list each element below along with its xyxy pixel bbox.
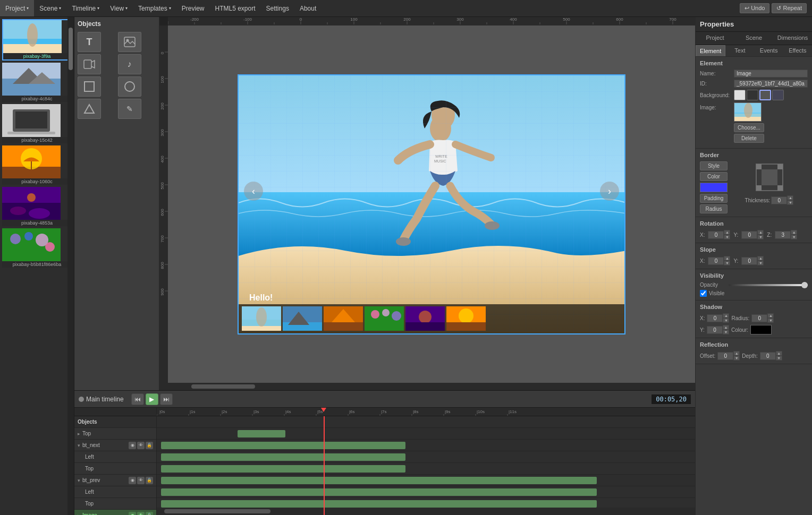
refl-offset-dn[interactable]: ▼ — [733, 356, 740, 360]
refl-depth-input[interactable] — [760, 352, 776, 360]
shadow-y-input[interactable] — [707, 326, 723, 334]
shadow-radius-input[interactable] — [751, 314, 767, 322]
canvas-thumb-1[interactable] — [242, 306, 281, 331]
tl-scrollbar-thumb[interactable] — [164, 509, 270, 513]
name-input[interactable] — [734, 70, 808, 78]
scene-thumb-2[interactable]: pixabay-4c84c — [2, 63, 72, 102]
redo-button[interactable]: ↺ Repeat — [772, 3, 807, 13]
thickness-input[interactable] — [771, 196, 787, 204]
border-radius-button[interactable]: Radius — [700, 204, 728, 213]
canvas-thumb-4[interactable] — [365, 306, 404, 331]
rot-z-input[interactable] — [775, 231, 791, 239]
track-prev-icon2[interactable]: 👁 — [137, 477, 145, 484]
scenes-scrollbar[interactable] — [67, 17, 74, 515]
track-image-icon1[interactable]: ◉ — [129, 512, 136, 516]
track-btn-icon1[interactable]: ◉ — [129, 442, 136, 449]
rot-x-input[interactable] — [708, 231, 724, 239]
slope-x-dn[interactable]: ▼ — [724, 261, 730, 265]
canvas-thumb-3[interactable] — [324, 306, 363, 331]
tl-bar-top-2[interactable] — [161, 500, 597, 508]
menu-preview[interactable]: Preview — [176, 0, 210, 16]
menu-about[interactable]: About — [294, 0, 322, 16]
shadow-y-dn[interactable]: ▼ — [723, 330, 729, 334]
props-subtab-text[interactable]: Text — [725, 45, 754, 56]
track-image-icon2[interactable]: 👁 — [137, 512, 145, 516]
menu-project[interactable]: Project ▾ — [0, 0, 34, 16]
canvas-prev-button[interactable]: ‹ — [244, 182, 263, 201]
tl-bar-bt-prev[interactable] — [161, 477, 597, 484]
slope-y-input[interactable] — [741, 257, 757, 265]
tl-bar-top[interactable] — [238, 430, 285, 437]
track-prev-icon1[interactable]: ◉ — [129, 477, 136, 484]
props-tab-scene[interactable]: Scene — [734, 32, 773, 45]
delete-image-button[interactable]: Delete — [734, 134, 764, 143]
shadow-radius-dn[interactable]: ▼ — [767, 318, 774, 323]
scene-thumb-1[interactable]: pixabay-3f9a — [2, 19, 72, 61]
scene-thumb-5[interactable]: pixabay-4853a — [2, 187, 72, 226]
bg-btn-light[interactable] — [734, 90, 746, 100]
track-btn-icon2[interactable]: 👁 — [137, 442, 145, 449]
id-input[interactable] — [734, 80, 808, 88]
shadow-radius-up[interactable]: ▲ — [767, 313, 774, 318]
rect-tool-button[interactable] — [78, 76, 101, 97]
slope-x-input[interactable] — [708, 257, 724, 265]
props-subtab-events[interactable]: Events — [755, 45, 783, 56]
shadow-x-dn[interactable]: ▼ — [723, 318, 729, 323]
track-top-expand[interactable]: ▸ — [78, 431, 80, 436]
shadow-y-up[interactable]: ▲ — [723, 325, 729, 330]
slope-y-dn[interactable]: ▼ — [757, 261, 764, 265]
rot-y-input[interactable] — [741, 231, 757, 239]
menu-timeline[interactable]: Timeline ▾ — [66, 0, 105, 16]
ellipse-tool-button[interactable] — [118, 76, 141, 97]
menu-settings[interactable]: Settings — [261, 0, 294, 16]
thickness-dn[interactable]: ▼ — [787, 200, 793, 205]
menu-view[interactable]: View ▾ — [105, 0, 133, 16]
refl-offset-up[interactable]: ▲ — [733, 351, 740, 356]
audio-tool-button[interactable]: ♪ — [118, 54, 141, 74]
rot-x-up[interactable]: ▲ — [724, 230, 730, 235]
visible-checkbox[interactable] — [700, 290, 707, 297]
canvas-thumb-5[interactable] — [405, 306, 445, 331]
menu-html5export[interactable]: HTML5 export — [209, 0, 260, 16]
shadow-x-input[interactable] — [707, 314, 723, 322]
bg-btn-dark[interactable] — [747, 90, 758, 100]
undo-button[interactable]: ↩ Undo — [740, 3, 769, 13]
canvas-scrollbar-h[interactable] — [159, 383, 695, 390]
image-tool-button[interactable] — [118, 32, 141, 52]
opacity-handle[interactable] — [801, 282, 808, 288]
tl-rewind-button[interactable]: ⏮ — [131, 393, 144, 405]
tl-bar-top-1[interactable] — [161, 465, 405, 473]
rot-x-dn[interactable]: ▼ — [724, 235, 730, 239]
tl-play-button[interactable]: ▶ — [146, 393, 158, 405]
triangle-tool-button[interactable] — [78, 99, 101, 119]
thickness-up[interactable]: ▲ — [787, 195, 793, 200]
border-style-button[interactable]: Style — [700, 161, 728, 170]
track-image-icon3[interactable]: 🔒 — [146, 512, 153, 516]
track-bt-prev-expand[interactable]: ▾ — [78, 478, 80, 483]
props-tab-project[interactable]: Project — [696, 32, 734, 45]
opacity-slider[interactable] — [729, 284, 808, 286]
props-subtab-effects[interactable]: Effects — [783, 45, 812, 56]
tl-scrollbar[interactable] — [157, 508, 695, 515]
canvas-thumb-6[interactable] — [446, 306, 486, 331]
props-subtab-element[interactable]: Element — [696, 45, 725, 56]
border-padding-button[interactable]: Padding — [700, 194, 728, 203]
scene-thumb-6[interactable]: pixabay-b5b81f86e6ba — [2, 228, 72, 268]
menu-templates[interactable]: Templates ▾ — [133, 0, 176, 16]
scene-thumb-3[interactable]: pixabay-15c42 — [2, 104, 72, 143]
slope-y-up[interactable]: ▲ — [757, 256, 764, 261]
refl-offset-input[interactable] — [717, 352, 733, 360]
track-image-expand[interactable]: ▸ — [78, 513, 80, 516]
canvas-thumb-2[interactable] — [283, 306, 322, 331]
border-color-box[interactable] — [700, 183, 728, 192]
shadow-x-up[interactable]: ▲ — [723, 313, 729, 318]
rot-z-dn[interactable]: ▼ — [791, 235, 797, 239]
tl-bar-bt-next[interactable] — [161, 442, 405, 449]
props-tab-dimensions[interactable]: Dimensions — [773, 32, 812, 45]
refl-depth-dn[interactable]: ▼ — [776, 356, 782, 360]
video-tool-button[interactable] — [78, 54, 101, 74]
canvas-scrollbar-thumb[interactable] — [191, 384, 255, 389]
track-bt-next-expand[interactable]: ▾ — [78, 443, 80, 448]
rot-y-up[interactable]: ▲ — [757, 230, 764, 235]
menu-scene[interactable]: Scene ▾ — [34, 0, 66, 16]
